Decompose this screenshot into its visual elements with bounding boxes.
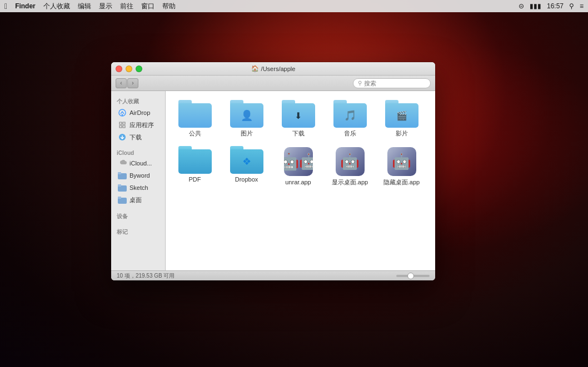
menubar-go[interactable]: 前往 <box>120 2 133 11</box>
sidebar-item-downloads[interactable]: 下载 <box>113 131 163 143</box>
folder-xiazai[interactable]: ⬇ 下载 <box>275 98 322 139</box>
menubar-app-name[interactable]: Finder <box>15 2 36 10</box>
sidebar-tags-title: 标记 <box>111 226 165 237</box>
folder-label-yingpian: 影片 <box>396 130 408 137</box>
sketch-folder-icon <box>118 183 127 192</box>
sidebar-personal-title: 个人收藏 <box>111 95 165 107</box>
search-input[interactable] <box>364 80 426 87</box>
folder-gongong[interactable]: 公共 <box>171 98 218 139</box>
svg-point-1 <box>122 114 123 116</box>
app-label-unrar: unrar.app <box>285 179 311 186</box>
slider-track <box>396 275 430 277</box>
app-icon-xianshi: 🤖 <box>333 146 367 177</box>
devices-section: 设备 <box>111 210 165 222</box>
folder-tupian[interactable]: 👤 图片 <box>223 98 270 139</box>
desktop-folder-icon <box>118 195 127 204</box>
app-label-xianshi: 显示桌面.app <box>332 179 368 186</box>
folder-label-dropbox: Dropbox <box>235 176 258 183</box>
menubar-help[interactable]: 帮助 <box>162 2 176 11</box>
folder-icon-yingpian: 🎬 <box>385 100 418 128</box>
app-icon-unrar: 🤖 <box>282 146 315 177</box>
maximize-button[interactable] <box>136 66 142 72</box>
icon-grid: 公共 👤 图片 <box>171 98 430 188</box>
sidebar-sketch-label: Sketch <box>129 184 148 191</box>
sidebar-item-sketch[interactable]: Sketch <box>113 182 163 194</box>
airdrop-icon <box>118 108 127 117</box>
close-button[interactable] <box>116 66 122 72</box>
svg-rect-4 <box>118 172 121 174</box>
icloud-icon <box>118 159 127 168</box>
menubar-view[interactable]: 显示 <box>99 2 112 11</box>
folder-label-pdf: PDF <box>189 176 201 183</box>
minimize-button[interactable] <box>126 66 132 72</box>
app-unrar[interactable]: 🤖 unrar.app <box>275 144 322 188</box>
folder-yinyue[interactable]: 🎵 音乐 <box>326 98 373 139</box>
menubar:  Finder 个人收藏 编辑 显示 前往 窗口 帮助 ⊝ ▮▮▮ 16:57… <box>0 0 588 12</box>
sidebar-icloud-title: iCloud <box>111 148 165 157</box>
app-label-yincang: 隐藏桌面.app <box>383 179 420 186</box>
sidebar-apps-label: 应用程序 <box>129 121 154 129</box>
downloads-sidebar-icon <box>118 133 127 142</box>
folder-icon-pdf <box>178 146 212 174</box>
menubar-time: 16:57 <box>547 2 564 10</box>
apps-icon <box>118 120 127 129</box>
sidebar-item-byword[interactable]: Byword <box>113 169 163 182</box>
title-bar: 🏠 /Users/apple <box>111 62 435 76</box>
folder-label-tupian: 图片 <box>241 130 253 137</box>
app-icon-yincang: 🤖 <box>385 146 418 177</box>
app-xianshi[interactable]: 🤖 显示桌面.app <box>326 144 373 188</box>
sidebar-icloud-label: iCloud... <box>129 160 152 167</box>
folder-label-yinyue: 音乐 <box>344 130 356 137</box>
app-yincang[interactable]: 🤖 隐藏桌面.app <box>378 144 425 188</box>
sidebar-desktop-label: 桌面 <box>129 196 142 204</box>
menubar-wifi-icon: ⊝ <box>519 2 524 10</box>
traffic-lights <box>116 66 142 72</box>
menubar-edit[interactable]: 编辑 <box>78 2 91 11</box>
menubar-file[interactable]: 个人收藏 <box>43 2 70 11</box>
menubar-window[interactable]: 窗口 <box>141 2 155 11</box>
view-slider[interactable] <box>396 275 430 277</box>
forward-button[interactable]: › <box>127 78 138 88</box>
status-bar: 10 项，219.53 GB 可用 <box>111 270 435 280</box>
menubar-list-icon[interactable]: ≡ <box>580 2 584 10</box>
folder-yingpian[interactable]: 🎬 影片 <box>378 98 425 139</box>
folder-dropbox[interactable]: ❖ Dropbox <box>223 144 270 188</box>
search-icon: ⚲ <box>358 80 362 86</box>
sidebar-devices-title: 设备 <box>111 210 165 222</box>
back-button[interactable]: ‹ <box>116 78 127 88</box>
icloud-section: iCloud iCloud... <box>111 148 165 206</box>
tags-section: 标记 <box>111 226 165 237</box>
sidebar-airdrop-label: AirDrop <box>129 109 150 116</box>
sidebar-item-airdrop[interactable]: AirDrop <box>113 107 163 119</box>
menubar-left:  Finder 个人收藏 编辑 显示 前往 窗口 帮助 <box>4 2 176 11</box>
search-box[interactable]: ⚲ <box>353 78 431 88</box>
toolbar: ‹ › ⚲ <box>111 76 435 91</box>
sidebar-item-icloud[interactable]: iCloud... <box>113 157 163 169</box>
byword-folder-icon <box>118 171 127 180</box>
window-title: 🏠 /Users/apple <box>251 65 296 72</box>
menubar-right: ⊝ ▮▮▮ 16:57 ⚲ ≡ <box>519 2 584 10</box>
slider-thumb <box>407 273 414 279</box>
home-icon: 🏠 <box>251 65 259 72</box>
folder-label-gongong: 公共 <box>189 130 201 137</box>
apple-menu[interactable]:  <box>4 2 7 11</box>
finder-window: 🏠 /Users/apple ‹ › ⚲ 个人收藏 <box>111 62 435 280</box>
menubar-battery-icon: ▮▮▮ <box>530 2 541 10</box>
menubar-search-icon[interactable]: ⚲ <box>569 2 574 10</box>
folder-icon-yinyue: 🎵 <box>333 100 367 128</box>
folder-icon-tupian: 👤 <box>230 100 263 128</box>
sidebar: 个人收藏 AirDrop 应用程序 <box>111 91 166 270</box>
sidebar-byword-label: Byword <box>129 172 150 179</box>
folder-label-xiazai: 下载 <box>292 130 305 137</box>
sidebar-downloads-label: 下载 <box>129 133 142 142</box>
svg-rect-6 <box>118 184 121 187</box>
nav-buttons: ‹ › <box>116 78 138 88</box>
finder-main: 个人收藏 AirDrop 应用程序 <box>111 91 435 270</box>
folder-icon-xiazai: ⬇ <box>282 100 315 128</box>
status-text: 10 项，219.53 GB 可用 <box>117 272 175 280</box>
sidebar-item-desktop[interactable]: 桌面 <box>113 194 163 206</box>
folder-icon-dropbox: ❖ <box>230 146 263 174</box>
folder-pdf[interactable]: PDF <box>171 144 218 188</box>
window-path: /Users/apple <box>261 66 296 72</box>
sidebar-item-apps[interactable]: 应用程序 <box>113 119 163 131</box>
